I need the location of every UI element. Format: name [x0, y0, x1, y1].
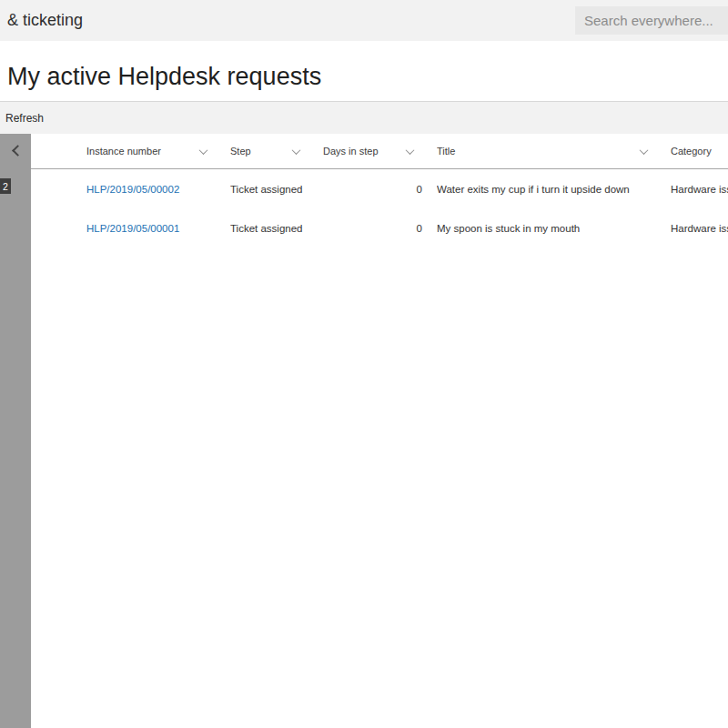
- toolbar: Refresh: [0, 102, 728, 134]
- table-row[interactable]: HLP/2019/05/00002 Ticket assigned 0 Wate…: [31, 169, 728, 208]
- instance-link[interactable]: HLP/2019/05/00001: [86, 223, 179, 234]
- requests-table: Instance number Step Days in step Title …: [31, 134, 728, 728]
- step-cell: Ticket assigned: [230, 184, 323, 195]
- instance-number-cell: HLP/2019/05/00001: [86, 223, 230, 234]
- refresh-button[interactable]: Refresh: [0, 112, 49, 125]
- chevron-down-icon[interactable]: [199, 146, 208, 155]
- column-header-days-in-step[interactable]: Days in step: [323, 146, 437, 157]
- top-bar: & ticketing: [0, 0, 728, 41]
- days-in-step-cell: 0: [323, 223, 437, 234]
- column-label: Instance number: [86, 146, 161, 157]
- step-cell: Ticket assigned: [230, 223, 323, 234]
- column-label: Title: [437, 146, 455, 157]
- chevron-down-icon[interactable]: [292, 146, 301, 155]
- title-cell: My spoon is stuck in my mouth: [437, 223, 671, 234]
- column-header-category[interactable]: Category: [671, 146, 728, 157]
- title-cell: Water exits my cup if i turn it upside d…: [437, 184, 671, 195]
- page-title: My active Helpdesk requests: [0, 52, 321, 91]
- category-cell: Hardware issue: [671, 223, 728, 234]
- category-cell: Hardware issue: [671, 184, 728, 195]
- chevron-down-icon[interactable]: [640, 146, 649, 155]
- table-row[interactable]: HLP/2019/05/00001 Ticket assigned 0 My s…: [31, 208, 728, 248]
- column-header-title[interactable]: Title: [437, 146, 671, 157]
- column-label: Step: [230, 146, 251, 157]
- column-header-instance-number[interactable]: Instance number: [86, 146, 230, 157]
- days-in-step-cell: 0: [323, 184, 437, 195]
- table-header: Instance number Step Days in step Title …: [31, 134, 728, 169]
- instance-number-cell: HLP/2019/05/00002: [86, 184, 230, 195]
- search-input[interactable]: [575, 6, 728, 35]
- app-title: & ticketing: [0, 11, 83, 30]
- collapse-panel-button[interactable]: [0, 134, 31, 167]
- page-title-band: My active Helpdesk requests: [0, 41, 728, 102]
- chevron-left-icon: [12, 145, 24, 157]
- chevron-down-icon[interactable]: [406, 146, 415, 155]
- collapsed-sidebar: 2: [0, 134, 31, 728]
- instance-link[interactable]: HLP/2019/05/00002: [86, 184, 179, 195]
- request-count-badge: 2: [0, 178, 11, 194]
- column-header-step[interactable]: Step: [230, 146, 323, 157]
- main-area: 2 Instance number Step Days in step Titl…: [0, 134, 728, 728]
- column-label: Days in step: [323, 146, 379, 157]
- column-label: Category: [671, 146, 712, 157]
